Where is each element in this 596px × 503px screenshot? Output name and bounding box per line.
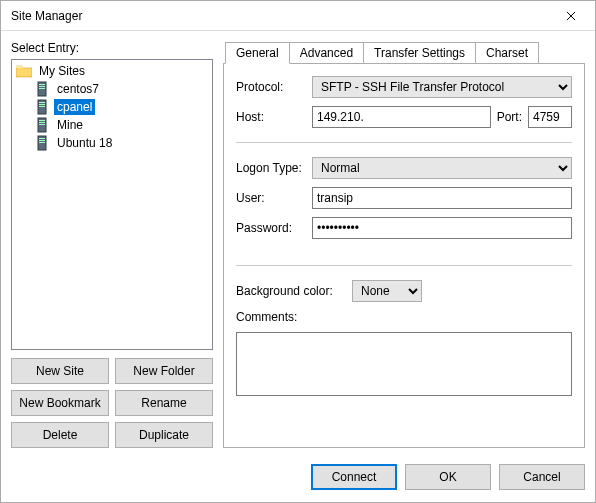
svg-rect-11 [39, 124, 45, 125]
tree-site-label: cpanel [54, 99, 95, 115]
comments-textarea[interactable] [236, 332, 572, 396]
svg-rect-1 [39, 84, 45, 85]
cancel-button[interactable]: Cancel [499, 464, 585, 490]
tree-site-label: Mine [54, 117, 86, 133]
host-input[interactable] [312, 106, 491, 128]
server-icon [34, 117, 50, 133]
tree-site-row[interactable]: Ubuntu 18 [12, 134, 212, 152]
tab-charset[interactable]: Charset [475, 42, 539, 64]
window-title: Site Manager [11, 9, 551, 23]
svg-rect-14 [39, 140, 45, 141]
server-icon [34, 81, 50, 97]
tab-strip: General Advanced Transfer Settings Chars… [223, 41, 585, 63]
bgcolor-label: Background color: [236, 284, 346, 298]
user-row: User: [236, 187, 572, 209]
host-label: Host: [236, 110, 306, 124]
site-tree[interactable]: My Sites centos7 cpanel Mine Ubuntu 18 [11, 59, 213, 350]
tab-advanced[interactable]: Advanced [289, 42, 364, 64]
user-input[interactable] [312, 187, 572, 209]
port-input[interactable] [528, 106, 572, 128]
tree-site-row[interactable]: centos7 [12, 80, 212, 98]
new-folder-button[interactable]: New Folder [115, 358, 213, 384]
delete-button[interactable]: Delete [11, 422, 109, 448]
separator [236, 265, 572, 266]
new-site-button[interactable]: New Site [11, 358, 109, 384]
password-input[interactable] [312, 217, 572, 239]
rename-button[interactable]: Rename [115, 390, 213, 416]
password-label: Password: [236, 221, 306, 235]
duplicate-button[interactable]: Duplicate [115, 422, 213, 448]
svg-rect-13 [39, 138, 45, 139]
footer: Connect OK Cancel [1, 454, 595, 502]
left-button-grid: New Site New Folder New Bookmark Rename … [11, 358, 213, 448]
protocol-row: Protocol: SFTP - SSH File Transfer Proto… [236, 76, 572, 98]
svg-rect-7 [39, 106, 45, 107]
logon-type-label: Logon Type: [236, 161, 306, 175]
tree-folder-row[interactable]: My Sites [12, 62, 212, 80]
tab-transfer-settings[interactable]: Transfer Settings [363, 42, 476, 64]
protocol-label: Protocol: [236, 80, 306, 94]
port-label: Port: [497, 110, 522, 124]
tree-folder-label: My Sites [36, 63, 88, 79]
right-pane: General Advanced Transfer Settings Chars… [223, 41, 585, 448]
tree-site-row[interactable]: cpanel [12, 98, 212, 116]
content-area: Select Entry: My Sites centos7 cpanel Mi… [1, 31, 595, 454]
svg-rect-3 [39, 88, 45, 89]
tab-general[interactable]: General [225, 42, 290, 64]
logon-type-select[interactable]: Normal [312, 157, 572, 179]
logon-row: Logon Type: Normal [236, 157, 572, 179]
new-bookmark-button[interactable]: New Bookmark [11, 390, 109, 416]
password-row: Password: [236, 217, 572, 239]
svg-rect-9 [39, 120, 45, 121]
separator [236, 142, 572, 143]
folder-icon [16, 63, 32, 79]
ok-button[interactable]: OK [405, 464, 491, 490]
bgcolor-select[interactable]: None [352, 280, 422, 302]
tree-site-label: centos7 [54, 81, 102, 97]
tree-site-row[interactable]: Mine [12, 116, 212, 134]
svg-rect-2 [39, 86, 45, 87]
connect-button[interactable]: Connect [311, 464, 397, 490]
tree-site-label: Ubuntu 18 [54, 135, 115, 151]
user-label: User: [236, 191, 306, 205]
select-entry-label: Select Entry: [11, 41, 213, 55]
server-icon [34, 135, 50, 151]
left-pane: Select Entry: My Sites centos7 cpanel Mi… [11, 41, 213, 448]
close-button[interactable] [551, 2, 591, 30]
svg-rect-10 [39, 122, 45, 123]
tab-body-general: Protocol: SFTP - SSH File Transfer Proto… [223, 63, 585, 448]
svg-rect-5 [39, 102, 45, 103]
server-icon [34, 99, 50, 115]
svg-rect-6 [39, 104, 45, 105]
titlebar: Site Manager [1, 1, 595, 31]
protocol-select[interactable]: SFTP - SSH File Transfer Protocol [312, 76, 572, 98]
svg-rect-15 [39, 142, 45, 143]
bgcolor-row: Background color: None [236, 280, 572, 302]
close-icon [566, 11, 576, 21]
host-row: Host: Port: [236, 106, 572, 128]
comments-label: Comments: [236, 310, 572, 324]
